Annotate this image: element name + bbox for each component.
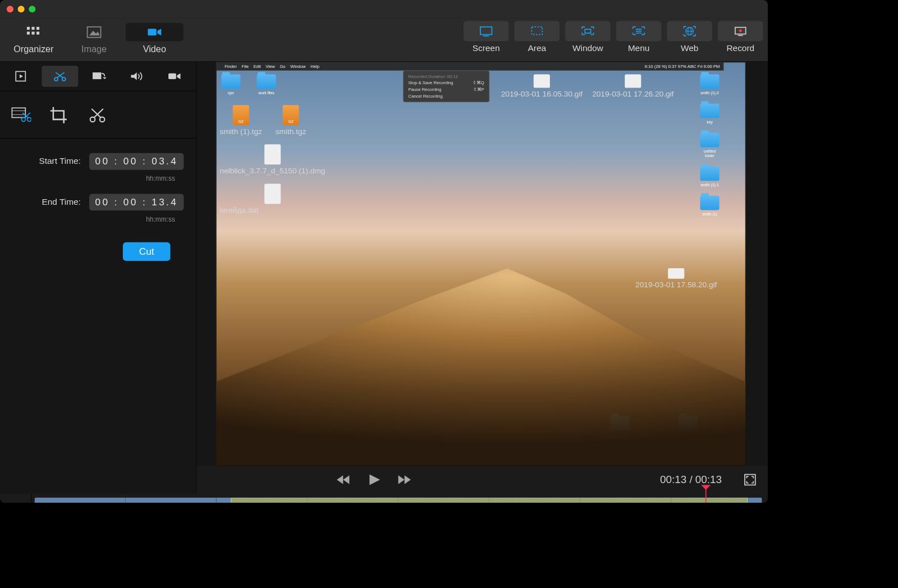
mode-label: Web	[681, 43, 698, 53]
video-icon	[126, 23, 184, 41]
grid-icon	[5, 23, 63, 41]
timeline: 00:10.0 ⊖ ⊕	[0, 494, 768, 503]
end-time-label: End Time:	[42, 197, 81, 207]
svg-marker-9	[157, 29, 161, 35]
video-preview[interactable]: Finder File Edit View Go Window Help 6:1…	[216, 62, 768, 466]
recorded-desktop: Finder File Edit View Go Window Help 6:1…	[216, 62, 746, 466]
mode-area[interactable]: Area	[515, 21, 560, 53]
mode-menu[interactable]: Menu	[616, 21, 661, 53]
start-time-input[interactable]: 00 : 00 : 03.4	[89, 153, 184, 170]
image-icon	[65, 23, 123, 41]
mode-label: Record	[726, 43, 754, 53]
timeline-track-selector	[0, 494, 31, 503]
svg-rect-5	[36, 31, 39, 34]
zoom-icon[interactable]	[29, 6, 35, 12]
area-icon	[515, 21, 560, 42]
tab-label: Video	[143, 44, 166, 54]
desktop-icons-right: smith (1)-2 key untitled folder smith (1…	[699, 75, 721, 217]
trim-film-tool[interactable]	[8, 104, 34, 126]
tab-label: Image	[81, 44, 107, 54]
mode-label: Menu	[628, 43, 650, 53]
desktop-gif-mid: 2019-03-01 17.58.20.gif	[635, 268, 717, 290]
end-time-input[interactable]: 00 : 00 : 13.4	[89, 194, 184, 210]
svg-marker-30	[103, 77, 107, 79]
svg-rect-12	[532, 27, 542, 35]
tab-video[interactable]: Video	[126, 21, 184, 57]
titlebar	[0, 0, 768, 18]
selection-range[interactable]	[231, 498, 748, 503]
svg-marker-47	[369, 475, 380, 485]
app-window: Organizer Image Video Screen Area	[0, 0, 768, 503]
svg-rect-10	[480, 27, 492, 35]
record-icon	[718, 21, 763, 42]
svg-rect-32	[168, 74, 176, 79]
svg-rect-4	[31, 31, 34, 34]
play-tool[interactable]	[4, 66, 40, 87]
screen-icon	[464, 21, 508, 42]
tool-row-primary	[0, 62, 196, 91]
main-toolbar: Organizer Image Video Screen Area	[0, 18, 768, 62]
macos-dock	[286, 441, 676, 463]
play-button[interactable]	[365, 472, 382, 487]
recording-menu: Recorded Duration: 00:12 Stop & Save Rec…	[403, 71, 489, 102]
svg-line-28	[56, 72, 63, 77]
desktop-icons-top: vpn work files	[220, 75, 278, 95]
rewind-button[interactable]	[335, 472, 351, 487]
svg-rect-34	[12, 108, 25, 117]
video-track[interactable]	[35, 498, 762, 503]
scissors-tool[interactable]	[84, 104, 110, 126]
mode-web[interactable]: Web	[667, 21, 712, 53]
cut-button[interactable]: Cut	[123, 242, 171, 261]
mode-window[interactable]: Window	[565, 21, 610, 53]
mode-label: Area	[528, 43, 546, 53]
playback-time: 00:13 / 00:13	[660, 474, 722, 486]
svg-rect-11	[483, 35, 489, 36]
svg-marker-48	[398, 475, 405, 484]
forward-button[interactable]	[396, 472, 413, 487]
mode-label: Window	[572, 43, 603, 53]
playback-bar: 00:13 / 00:13	[197, 466, 768, 494]
video-track-button[interactable]	[0, 494, 31, 503]
time-hint: hh:mm:ss	[12, 174, 175, 182]
desktop-icons-left: GZsmith (1).tgz GZsmith.tgz nelblick_3.7…	[220, 105, 326, 214]
svg-marker-45	[343, 475, 349, 484]
tool-row-secondary	[0, 91, 196, 139]
start-time-label: Start Time:	[39, 157, 80, 167]
timeline-main[interactable]: 00:10.0 ⊖ ⊕	[31, 494, 768, 503]
mode-record[interactable]: Record	[718, 21, 763, 53]
minimize-icon[interactable]	[18, 6, 25, 12]
svg-point-22	[739, 29, 742, 32]
crop-tool[interactable]	[46, 104, 72, 126]
macos-menubar: Finder File Edit View Go Window Help 6:1…	[216, 62, 724, 70]
mode-screen[interactable]: Screen	[464, 21, 508, 53]
main-panel: Finder File Edit View Go Window Help 6:1…	[197, 62, 768, 494]
svg-rect-13	[585, 29, 590, 33]
camera-tool[interactable]	[156, 66, 192, 87]
svg-marker-46	[337, 475, 343, 484]
time-hint: hh:mm:ss	[12, 215, 175, 223]
cut-form: Start Time: 00 : 00 : 03.4 hh:mm:ss End …	[0, 139, 196, 275]
svg-rect-2	[36, 27, 39, 30]
svg-marker-7	[89, 31, 100, 36]
mode-label: Screen	[473, 43, 500, 53]
web-icon	[667, 21, 712, 42]
volume-tool[interactable]	[118, 66, 154, 87]
svg-rect-21	[738, 35, 743, 36]
rotate-tool[interactable]	[80, 66, 116, 87]
close-icon[interactable]	[7, 6, 13, 12]
tab-label: Organizer	[13, 44, 53, 54]
tab-organizer[interactable]: Organizer	[5, 21, 63, 57]
svg-rect-3	[27, 31, 30, 34]
playhead[interactable]	[705, 485, 707, 503]
svg-rect-8	[148, 29, 156, 35]
fullscreen-button[interactable]	[742, 472, 758, 487]
svg-rect-0	[27, 27, 30, 30]
svg-marker-49	[405, 475, 411, 484]
capture-modes: Screen Area Window Menu Web Record	[464, 21, 763, 53]
sidebar: Start Time: 00 : 00 : 03.4 hh:mm:ss End …	[0, 62, 197, 494]
cut-tool[interactable]	[42, 66, 78, 87]
desktop-icons-gifs: 2019-03-01 16.05.30.gif 2019-03-01 17.26…	[501, 75, 674, 99]
svg-rect-29	[93, 72, 101, 79]
svg-rect-1	[31, 27, 34, 30]
tab-image[interactable]: Image	[65, 21, 123, 57]
